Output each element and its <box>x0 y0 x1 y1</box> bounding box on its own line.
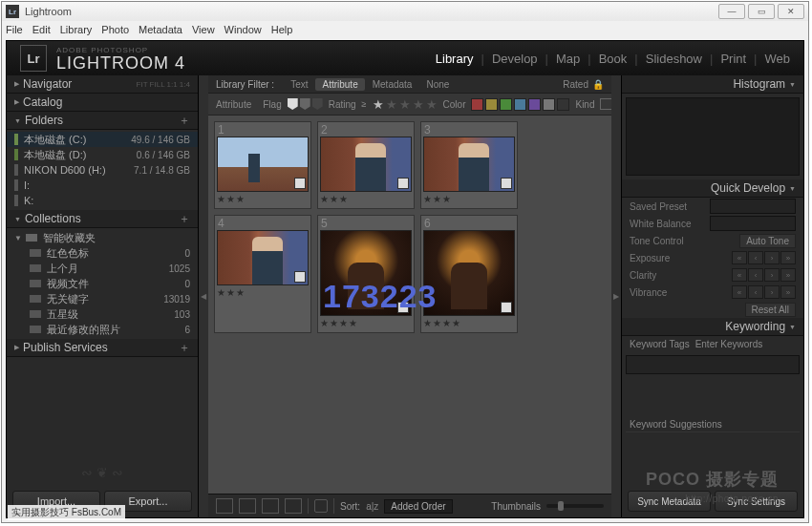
filter-tab-none[interactable]: None <box>419 78 456 91</box>
view-loupe-icon[interactable] <box>239 498 256 514</box>
catalog-panel-header[interactable]: ▶ Catalog <box>7 94 198 112</box>
thumbnail-cell[interactable]: 1★★★ <box>214 121 311 209</box>
exposure-dec2[interactable]: « <box>732 251 747 264</box>
sync-metadata-button[interactable]: Sync Metadata <box>628 491 711 512</box>
vibrance-inc[interactable]: › <box>764 285 780 299</box>
keyword-tags-dropdown[interactable]: Enter Keywords <box>695 339 791 349</box>
add-publish-button[interactable]: ＋ <box>179 340 190 356</box>
vibrance-dec[interactable]: ‹ <box>748 285 763 299</box>
collection-row[interactable]: 最近修改的照片6 <box>7 322 198 337</box>
painter-icon[interactable] <box>314 499 328 513</box>
color-swatch[interactable] <box>471 98 483 111</box>
module-map[interactable]: Map <box>556 52 580 66</box>
exposure-dec[interactable]: ‹ <box>748 251 763 264</box>
add-collection-button[interactable]: ＋ <box>179 211 190 227</box>
thumbnail-cell[interactable]: 2★★★ <box>317 121 415 209</box>
navigator-panel-header[interactable]: ▶ Navigator FIT FILL 1:1 1:4 <box>7 75 198 94</box>
color-swatch[interactable] <box>485 98 498 111</box>
thumbnail-image[interactable] <box>217 137 309 192</box>
menu-file[interactable]: File <box>6 24 23 35</box>
quick-develop-header[interactable]: Quick Develop ▼ <box>622 179 803 198</box>
sync-settings-button[interactable]: Sync Settings <box>715 491 798 512</box>
close-button[interactable]: ✕ <box>778 4 804 19</box>
collections-panel-header[interactable]: ▼ Collections ＋ <box>7 210 198 228</box>
flag-reject-icon[interactable] <box>312 98 323 110</box>
thumbnail-cell[interactable]: 3★★★ <box>420 121 518 209</box>
folder-row[interactable]: 本地磁盘 (C:)49.6 / 146 GB <box>7 132 198 147</box>
rating-stars[interactable]: ★★★ <box>217 285 309 298</box>
vibrance-inc2[interactable]: » <box>780 285 796 299</box>
thumbnail-image[interactable] <box>423 137 515 192</box>
menu-metadata[interactable]: Metadata <box>139 24 182 35</box>
auto-tone-button[interactable]: Auto Tone <box>739 234 796 248</box>
collection-row[interactable]: 无关键字13019 <box>7 291 198 306</box>
module-develop[interactable]: Develop <box>492 52 538 66</box>
module-web[interactable]: Web <box>765 52 791 66</box>
rating-stars[interactable]: ★★★ <box>217 192 309 204</box>
add-folder-button[interactable]: ＋ <box>179 113 190 129</box>
rating-star-5[interactable]: ★ <box>426 97 438 112</box>
color-swatch[interactable] <box>528 98 541 111</box>
rating-stars[interactable]: ★★★★ <box>423 316 515 328</box>
thumbnail-size-slider[interactable] <box>546 504 604 508</box>
saved-preset-dropdown[interactable] <box>710 199 796 214</box>
clarity-dec2[interactable]: « <box>732 268 747 282</box>
navigator-zoom-opts[interactable]: FIT FILL 1:1 1:4 <box>137 80 190 89</box>
maximize-button[interactable]: ▭ <box>748 4 775 19</box>
collection-row[interactable]: 上个月1025 <box>7 261 198 276</box>
rating-stars[interactable]: ★★★★ <box>320 316 412 328</box>
thumbnail-cell[interactable]: 6★★★★ <box>420 215 518 333</box>
keywording-header[interactable]: Keywording ▼ <box>622 318 803 336</box>
smart-collection-set[interactable]: ▼智能收藏夹 <box>7 230 198 245</box>
filter-tab-text[interactable]: Text <box>284 78 314 91</box>
menu-edit[interactable]: Edit <box>32 24 51 35</box>
rating-star-4[interactable]: ★ <box>413 97 424 112</box>
clarity-dec[interactable]: ‹ <box>748 268 763 282</box>
thumbnail-cell[interactable]: 5★★★★ <box>317 215 415 333</box>
flag-unflagged-icon[interactable] <box>300 98 310 110</box>
vibrance-dec2[interactable]: « <box>732 285 747 299</box>
flag-pick-icon[interactable] <box>288 98 298 110</box>
thumbnail-image[interactable] <box>217 230 309 285</box>
thumbnail-image[interactable] <box>320 137 412 192</box>
thumbnail-image[interactable] <box>320 230 412 316</box>
menu-view[interactable]: View <box>192 24 215 35</box>
folder-row[interactable]: 本地磁盘 (D:)0.6 / 146 GB <box>7 147 198 162</box>
thumbnail-image[interactable] <box>423 230 515 316</box>
module-library[interactable]: Library <box>436 52 474 66</box>
menu-help[interactable]: Help <box>271 24 293 35</box>
collection-row[interactable]: 视频文件0 <box>7 276 198 291</box>
menu-window[interactable]: Window <box>224 24 262 35</box>
color-swatch[interactable] <box>514 98 526 111</box>
publish-panel-header[interactable]: ▶ Publish Services ＋ <box>7 339 198 357</box>
left-panel-collapse[interactable]: ◀ <box>199 75 208 517</box>
minimize-button[interactable]: — <box>718 4 745 19</box>
thumbnail-cell[interactable]: 4★★★ <box>214 215 311 333</box>
folder-row[interactable]: I: <box>7 178 198 193</box>
module-print[interactable]: Print <box>720 52 746 66</box>
view-survey-icon[interactable] <box>285 498 302 514</box>
rating-stars[interactable]: ★★★ <box>320 192 412 204</box>
exposure-inc2[interactable]: » <box>780 251 796 264</box>
thumbnail-grid[interactable]: 1★★★2★★★3★★★4★★★5★★★★6★★★★ 173223 <box>208 116 611 494</box>
filter-tab-metadata[interactable]: Metadata <box>366 78 419 91</box>
exposure-inc[interactable]: › <box>764 251 780 264</box>
filter-tab-attribute[interactable]: Attribute <box>315 78 364 91</box>
filter-lock-icon[interactable]: 🔒 <box>592 79 604 90</box>
folder-row[interactable]: K: <box>7 193 198 208</box>
collection-row[interactable]: 五星级103 <box>7 306 198 322</box>
clarity-inc2[interactable]: » <box>780 268 796 282</box>
module-book[interactable]: Book <box>599 52 628 66</box>
menu-library[interactable]: Library <box>60 24 93 35</box>
rating-op[interactable]: ≥ <box>362 99 367 109</box>
color-swatch[interactable] <box>557 98 569 111</box>
clarity-inc[interactable]: › <box>764 268 780 282</box>
rating-star-2[interactable]: ★ <box>386 97 397 112</box>
keyword-input[interactable] <box>626 355 800 374</box>
collection-row[interactable]: 红色色标0 <box>7 245 198 261</box>
white-balance-dropdown[interactable] <box>710 216 796 231</box>
rating-stars[interactable]: ★★★ <box>423 192 515 204</box>
folder-row[interactable]: NIKON D600 (H:)7.1 / 14.8 GB <box>7 162 198 178</box>
folders-panel-header[interactable]: ▼ Folders ＋ <box>7 112 198 130</box>
rating-star-3[interactable]: ★ <box>399 97 411 112</box>
